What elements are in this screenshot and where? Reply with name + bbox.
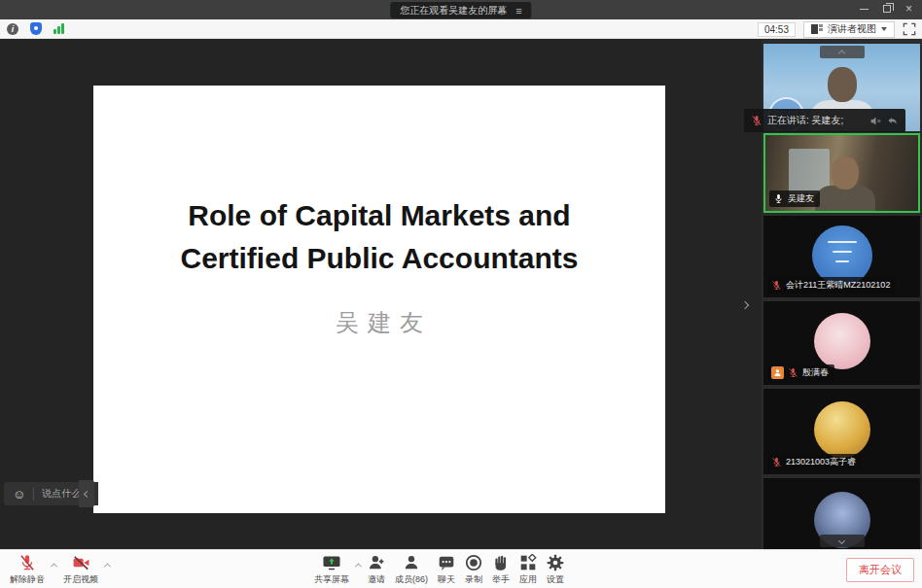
- chevron-up-icon: [355, 563, 362, 570]
- chat-label: 聊天: [438, 573, 455, 586]
- raise-hand-button[interactable]: 举手: [487, 551, 514, 588]
- raise-hand-label: 举手: [492, 573, 510, 586]
- members-button[interactable]: 成员(86): [390, 551, 433, 588]
- watching-screen-text: 您正在观看吴建友的屏幕: [400, 4, 507, 17]
- chevron-right-icon: [741, 301, 749, 309]
- video-options-button[interactable]: [103, 563, 112, 568]
- emoji-icon[interactable]: ☺: [13, 488, 25, 501]
- meeting-bottom-toolbar: 解除静音 开启视频 共享屏幕: [0, 549, 922, 588]
- apps-button[interactable]: 应用: [514, 551, 542, 588]
- minimize-icon: [860, 9, 869, 10]
- video-tile-participant-4[interactable]: 殷满春: [763, 301, 920, 385]
- video-tile-participant-6[interactable]: [763, 478, 920, 549]
- record-icon: [465, 554, 482, 571]
- slide-title-line1: Role of Capital Markets and: [117, 194, 642, 237]
- share-screen-icon: [322, 554, 341, 571]
- chevron-up-icon: [838, 50, 845, 56]
- participant-name-badge: 吴建友: [769, 190, 820, 207]
- raise-hand-icon: [492, 554, 510, 571]
- meeting-window: 您正在观看吴建友的屏幕 ≡ × i 04:53 演讲者视图: [0, 0, 922, 588]
- chevron-up-icon: [51, 563, 57, 570]
- network-signal-icon[interactable]: [53, 23, 64, 34]
- minimize-button[interactable]: [853, 0, 875, 17]
- meeting-actions: 共享屏幕 邀请 成员(86): [309, 551, 569, 588]
- mic-muted-icon: [788, 367, 798, 378]
- record-label: 录制: [465, 573, 482, 586]
- invite-button[interactable]: 邀请: [363, 551, 390, 588]
- watching-screen-banner[interactable]: 您正在观看吴建友的屏幕 ≡: [390, 2, 531, 18]
- share-options-button[interactable]: [354, 563, 363, 568]
- meeting-main-area: Role of Capital Markets and Certified Pu…: [0, 39, 922, 549]
- invite-icon: [368, 554, 385, 571]
- close-button[interactable]: ×: [898, 0, 920, 17]
- scroll-tiles-down-button[interactable]: [820, 535, 865, 547]
- slide-title: Role of Capital Markets and Certified Pu…: [117, 194, 642, 280]
- speaking-now-text: 正在讲话: 吴建友;: [767, 114, 865, 127]
- meeting-info-icon[interactable]: i: [7, 23, 18, 35]
- restore-button[interactable]: [875, 0, 898, 17]
- unmute-label: 解除静音: [10, 573, 45, 586]
- camera-off-icon: [72, 554, 90, 571]
- presentation-slide: Role of Capital Markets and Certified Pu…: [93, 86, 665, 513]
- mic-muted-icon: [751, 115, 762, 126]
- share-screen-label: 共享屏幕: [314, 573, 349, 586]
- members-icon: [403, 554, 420, 571]
- participant-name-badge: 会计211王紫晴MZ2102102: [767, 277, 896, 294]
- window-controls: ×: [853, 0, 920, 17]
- speaking-notification-banner[interactable]: 正在讲话: 吴建友;: [744, 109, 905, 132]
- participant-name: 会计211王紫晴MZ2102102: [786, 279, 890, 292]
- reply-arrow-icon[interactable]: [886, 115, 899, 127]
- meeting-view-controls: 04:53 演讲者视图: [758, 21, 916, 37]
- avatar: [814, 401, 870, 458]
- participant-name-badge: 殷满春: [767, 364, 834, 381]
- speaker-off-icon[interactable]: [869, 115, 882, 127]
- apps-icon: [519, 554, 537, 571]
- video-tile-participant-3[interactable]: 会计211王紫晴MZ2102102: [763, 216, 920, 297]
- chevron-left-icon: [83, 490, 89, 497]
- security-shield-icon[interactable]: [30, 22, 42, 35]
- slide-title-line2: Certified Public Accountants: [117, 237, 642, 280]
- participant-name-badge: 213021003高子睿: [767, 454, 862, 470]
- sidebar-collapse-handle[interactable]: [738, 296, 752, 314]
- meeting-top-toolbar: i 04:53 演讲者视图: [0, 19, 922, 39]
- meeting-status-icons: i: [7, 22, 64, 35]
- speaker-view-icon: [811, 24, 823, 34]
- participant-name: 殷满春: [802, 366, 829, 379]
- meeting-timer: 04:53: [758, 22, 796, 37]
- chevron-up-icon: [104, 563, 111, 570]
- members-label: 成员(86): [395, 573, 428, 586]
- mic-muted-icon: [771, 457, 782, 467]
- participant-name: 吴建友: [788, 192, 814, 205]
- chat-collapse-button[interactable]: [79, 480, 94, 507]
- record-button[interactable]: 录制: [460, 551, 487, 588]
- title-bar: 您正在观看吴建友的屏幕 ≡ ×: [0, 0, 922, 19]
- settings-button[interactable]: 设置: [542, 551, 569, 588]
- mic-on-icon: [773, 193, 784, 204]
- video-tile-participant-5[interactable]: 213021003高子睿: [763, 389, 920, 474]
- banner-actions: [869, 115, 899, 127]
- gear-icon: [547, 554, 564, 571]
- view-mode-label: 演讲者视图: [828, 22, 876, 36]
- restore-icon: [883, 5, 891, 13]
- divider: [33, 488, 34, 501]
- video-tile-wujianyou[interactable]: 吴建友: [763, 133, 920, 213]
- collapse-tiles-button[interactable]: [820, 46, 865, 58]
- view-mode-button[interactable]: 演讲者视图: [803, 21, 895, 38]
- invite-label: 邀请: [368, 573, 385, 586]
- settings-label: 设置: [547, 573, 564, 586]
- guest-badge-icon: [771, 366, 784, 379]
- unmute-button[interactable]: 解除静音: [5, 551, 50, 588]
- fullscreen-button[interactable]: [903, 22, 916, 36]
- mic-muted-icon: [18, 554, 36, 571]
- shared-screen-stage: Role of Capital Markets and Certified Pu…: [0, 39, 762, 549]
- start-video-button[interactable]: 开启视频: [58, 551, 103, 588]
- start-video-label: 开启视频: [63, 573, 98, 586]
- menu-icon[interactable]: ≡: [515, 5, 521, 17]
- chevron-down-icon: [838, 537, 845, 544]
- mic-muted-icon: [771, 280, 782, 291]
- chat-button[interactable]: 聊天: [433, 551, 460, 588]
- share-screen-button[interactable]: 共享屏幕: [309, 551, 354, 588]
- mic-options-button[interactable]: [50, 563, 58, 568]
- leave-meeting-button[interactable]: 离开会议: [846, 558, 914, 582]
- apps-label: 应用: [519, 573, 537, 586]
